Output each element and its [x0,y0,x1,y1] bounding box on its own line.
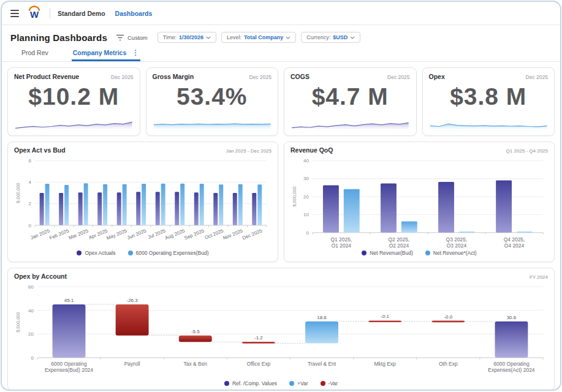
legend-item[interactable]: Net Revenue*(Act) [425,250,477,256]
x-tick-label: Dec 2025 [241,228,263,241]
kpi-card-net-product-revenue[interactable]: Net Product Revenue Dec 2025 $10.2 M [7,67,140,136]
bar-indigo[interactable] [213,193,218,225]
bar-indigo[interactable] [97,192,102,225]
y-tick-label: 2 [28,201,31,206]
kpi-sparkline [153,113,272,132]
bar-indigo[interactable] [175,192,179,225]
hamburger-menu-icon[interactable] [10,10,19,17]
bar-indigo[interactable] [156,192,160,225]
bar-lightblue[interactable] [45,184,50,225]
x-tick-label: Feb 2025 [48,228,70,241]
bar-lightblue[interactable] [123,184,127,225]
bar-lightblue[interactable] [142,184,146,225]
bar-indigo[interactable] [194,192,199,225]
bar-indigo[interactable] [496,181,512,233]
bar-lightblue[interactable] [401,222,417,233]
bar-value-label: -5.5 [191,328,200,334]
legend-item[interactable]: Opex Actuals [77,250,115,256]
y-tick-label: 20 [28,331,34,337]
kpi-card-gross-margin[interactable]: Gross Margin Dec 2025 53.4% [146,67,279,136]
legend-item[interactable]: -Var [321,380,338,386]
bar-lightblue[interactable] [180,184,184,225]
x-tick-label: Aug 2025 [164,228,186,241]
breadcrumb-dashboards[interactable]: Dashboards [115,10,153,17]
chart-legend: Net Revenue(Bud)Net Revenue*(Act) [290,247,548,258]
bar-indigo[interactable] [381,184,397,233]
y-axis-label: $,000,000 [15,183,21,203]
chart-legend: Opex Actuals6000 Operating Expenses(Bud) [14,247,272,258]
waterfall-bar-pos[interactable] [305,321,338,343]
sparkline-area [430,124,547,130]
revenue-qoq-chart[interactable]: 010203040$,000,000Q1 2025,Q1 2024Q2 2025… [290,156,548,247]
legend-item[interactable]: 6000 Operating Expenses(Bud) [128,250,209,256]
tab-company-metrics[interactable]: Company Metrics ⋮ [72,47,141,61]
bar-indigo[interactable] [136,192,140,225]
bar-lightblue[interactable] [257,184,262,225]
y-tick-label: 40 [303,158,309,164]
waterfall-bar-neg[interactable] [431,320,465,322]
chevron-down-icon [286,36,290,39]
x-tick-label: Q1 2025,Q1 2024 [330,236,352,247]
bar-lightblue[interactable] [103,184,107,225]
x-tick-label: May 2025 [106,228,128,241]
kebab-menu-icon[interactable]: ⋮ [132,50,139,56]
y-tick-label: 10 [303,212,309,217]
opex-act-vs-bud-chart[interactable]: 0246$,000,000Jan 2025Feb 2025Mar 2025Apr… [14,156,272,247]
funnel-filter-icon [116,34,124,41]
tab-prod-rev[interactable]: Prod Rev [20,47,50,61]
kpi-card-opex[interactable]: Opex Dec 2025 $3.8 M [422,67,555,136]
bar-lightblue[interactable] [64,185,69,225]
time-filter-dropdown[interactable]: Time: 1/30/2026 [158,32,216,43]
bar-lightblue[interactable] [219,184,223,225]
bar-indigo[interactable] [438,182,454,233]
waterfall-bar-total[interactable] [495,321,528,357]
bar-lightblue[interactable] [459,232,475,233]
x-tick-label: Travel & Ent [308,360,336,366]
legend-label: 6000 Operating Expenses(Bud) [136,250,209,256]
chart-title: Opex Act vs Bud [14,146,66,154]
legend-label: +Var [297,380,308,386]
chevron-down-icon [206,36,211,39]
bar-indigo[interactable] [40,193,44,225]
bar-lightblue[interactable] [344,189,360,233]
opex-by-account-waterfall-chart[interactable]: 0204060$,000,00045.16000 OperatingExpens… [14,282,548,379]
x-tick-label: Q2 2025,Q2 2024 [389,236,410,247]
waterfall-bar-neg[interactable] [116,304,149,335]
waterfall-bar-total[interactable] [53,304,86,357]
bar-lightblue[interactable] [161,184,165,225]
bar-value-label: 30.6 [507,314,517,320]
bar-lightblue[interactable] [84,183,88,225]
level-filter-value: Total Company [244,34,283,40]
currency-filter-dropdown[interactable]: Currency: $USD [301,32,360,43]
bar-lightblue[interactable] [238,184,243,225]
workspace-name[interactable]: Standard Demo [58,10,105,17]
level-filter-label: Level: [227,34,241,40]
currency-filter-value: $USD [333,34,347,40]
x-tick-label: Q3 2025,Q3 2024 [446,236,468,247]
legend-dot-icon [321,381,325,386]
bar-indigo[interactable] [59,193,63,225]
custom-filter-button[interactable]: Custom [116,34,148,41]
waterfall-bar-neg[interactable] [242,342,275,344]
workday-logo-icon[interactable]: W [26,5,42,22]
legend-item[interactable]: Net Revenue(Bud) [362,250,412,256]
app-window: W Standard Demo Dashboards Planning Dash… [1,1,561,391]
bar-indigo[interactable] [233,193,237,225]
bar-indigo[interactable] [117,192,121,225]
bar-lightblue[interactable] [200,184,204,225]
x-tick-label: 6000 OperatingExpenses(Bud) 2024 [45,360,93,372]
y-tick-label: 60 [28,284,34,289]
kpi-card-cogs[interactable]: COGS Dec 2025 $4.7 M [284,67,417,136]
bar-lightblue[interactable] [517,232,533,233]
x-tick-label: Nov 2025 [222,228,244,241]
legend-item[interactable]: +Var [289,380,308,386]
bar-indigo[interactable] [323,186,339,233]
waterfall-bar-neg[interactable] [368,320,401,322]
x-tick-label: Jul 2025 [147,228,167,240]
chart-card-revenue-qoq: Revenue QoQ Q1 2025 - Q4 2025 010203040$… [284,141,555,262]
bar-indigo[interactable] [252,193,256,225]
waterfall-bar-neg[interactable] [179,335,212,342]
legend-item[interactable]: Ref. /Comp. Values [224,380,277,386]
bar-indigo[interactable] [78,192,83,225]
level-filter-dropdown[interactable]: Level: Total Company [221,32,296,43]
